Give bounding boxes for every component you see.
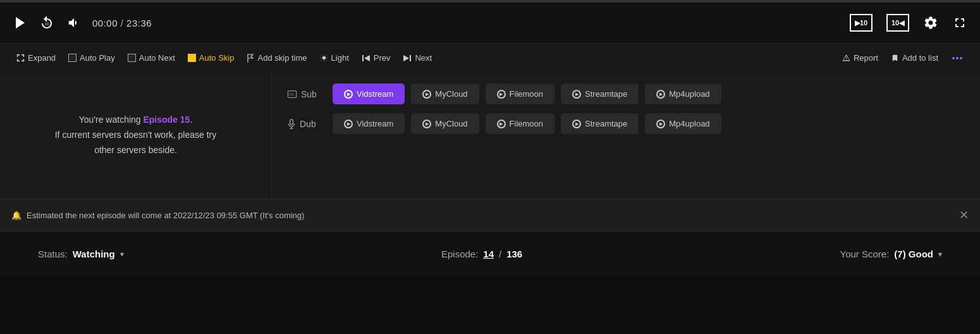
score-label: Your Score:: [840, 249, 890, 259]
microphone-icon: [287, 119, 296, 129]
next-icon: [403, 54, 412, 63]
player-controls-right: ▶10 10◀: [848, 13, 969, 33]
settings-icon: [923, 15, 938, 30]
more-options-button[interactable]: [946, 49, 969, 67]
sub-server-row: CC Sub ▶ Vidstream ▶ MyCloud ▶ Filemoon: [287, 84, 965, 104]
episode-sep: /: [499, 249, 501, 259]
fullscreen-icon: [952, 15, 967, 30]
expand-icon: [16, 54, 25, 62]
sub-server-buttons: ▶ Vidstream ▶ MyCloud ▶ Filemoon ▶ Strea…: [333, 84, 721, 104]
svg-marker-3: [364, 55, 370, 61]
player-controls: 10 00:00 / 23:36 ▶10 10◀: [0, 3, 980, 43]
svg-rect-6: [410, 55, 411, 61]
autoplay-label: Auto Play: [80, 53, 115, 63]
next-button[interactable]: Next: [398, 51, 437, 65]
notification-bell-icon: 🔔: [11, 211, 21, 220]
info-panel: You're watching Episode 15. If current s…: [0, 72, 272, 199]
score-chevron-icon[interactable]: ▾: [938, 250, 942, 259]
next-label: Next: [415, 53, 432, 63]
addskiptime-button[interactable]: Add skip time: [242, 51, 312, 65]
episode-total: 136: [506, 249, 522, 259]
sub-text: Sub: [301, 89, 317, 99]
svg-text:CC: CC: [289, 92, 294, 96]
volume-button[interactable]: [66, 15, 82, 31]
time-sep: /: [121, 18, 124, 28]
server-label-mp4upload-sub: Mp4upload: [669, 89, 709, 99]
server-label-filemoon-dub: Filemoon: [510, 119, 543, 128]
svg-marker-5: [403, 55, 409, 61]
prev-button[interactable]: Prev: [357, 51, 396, 65]
fullscreen-button[interactable]: [951, 14, 969, 32]
notification-close-button[interactable]: ✕: [959, 208, 969, 222]
play-circle-filemoon-dub: ▶: [497, 120, 506, 128]
score-value: (7) Good: [894, 249, 933, 259]
forward10-button[interactable]: ▶10: [848, 13, 874, 33]
svg-point-9: [960, 57, 962, 59]
expand-button[interactable]: Expand: [11, 51, 61, 65]
autonext-button[interactable]: Auto Next: [123, 51, 180, 65]
server-label-mycloud-sub: MyCloud: [435, 89, 467, 99]
server-btn-filemoon-dub[interactable]: ▶ Filemoon: [486, 113, 554, 134]
server-label-streamtape-dub: Streamtape: [585, 119, 627, 128]
play-circle-mycloud-dub: ▶: [422, 120, 431, 128]
dub-label: Dub: [287, 119, 325, 129]
replay-button[interactable]: 10: [38, 14, 56, 32]
light-label: Light: [331, 53, 349, 63]
autoskip-checkbox: [188, 54, 196, 62]
light-button[interactable]: Light: [315, 51, 354, 65]
server-btn-vidstream-dub[interactable]: ▶ Vidstream: [333, 113, 405, 134]
svg-point-7: [952, 57, 955, 59]
server-label-vidstream-sub: Vidstream: [357, 89, 393, 99]
report-button[interactable]: Report: [837, 51, 883, 65]
prev-icon: [362, 54, 371, 63]
replay-icon: 10: [39, 15, 54, 30]
volume-icon: [67, 16, 81, 30]
server-btn-mycloud-sub[interactable]: ▶ MyCloud: [411, 84, 479, 104]
server-btn-filemoon-sub[interactable]: ▶ Filemoon: [486, 84, 554, 104]
server-label-vidstream-dub: Vidstream: [357, 119, 393, 128]
play-circle-streamtape-sub: ▶: [572, 90, 581, 99]
server-btn-mp4upload-sub[interactable]: ▶ Mp4upload: [645, 84, 721, 104]
server-btn-mp4upload-dub[interactable]: ▶ Mp4upload: [645, 113, 721, 134]
subtitles-icon: CC: [287, 89, 297, 99]
score-section: Your Score: (7) Good ▾: [840, 249, 942, 259]
play-button[interactable]: [11, 15, 28, 31]
back10-icon: 10◀: [886, 14, 909, 32]
watching-text: You're watching: [79, 114, 141, 125]
sub-label: CC Sub: [287, 89, 325, 99]
svg-text:10: 10: [45, 22, 49, 26]
svg-marker-0: [16, 17, 25, 28]
info-desc1: If current servers doesn't work, please …: [55, 130, 217, 140]
autoskip-label: Auto Skip: [199, 53, 235, 63]
notification-banner: 🔔 Estimated the next episode will come a…: [0, 199, 980, 231]
total-time: 23:36: [126, 18, 152, 28]
server-label-mycloud-dub: MyCloud: [435, 119, 467, 128]
more-icon: [951, 52, 964, 65]
autoplay-button[interactable]: Auto Play: [63, 51, 120, 65]
autoskip-button[interactable]: Auto Skip: [183, 51, 240, 65]
time-display: 00:00 / 23:36: [92, 18, 152, 28]
flag-icon: [247, 54, 255, 63]
prev-label: Prev: [374, 53, 391, 63]
episode-current: 14: [483, 249, 494, 259]
back10-button[interactable]: 10◀: [885, 13, 910, 33]
server-btn-mycloud-dub[interactable]: ▶ MyCloud: [411, 113, 479, 134]
status-label: Status:: [38, 249, 68, 259]
report-icon: [842, 54, 850, 62]
play-circle-vidstream-dub: ▶: [344, 120, 353, 128]
dub-server-row: Dub ▶ Vidstream ▶ MyCloud ▶ Filemoon ▶ S…: [287, 113, 965, 134]
dub-server-buttons: ▶ Vidstream ▶ MyCloud ▶ Filemoon ▶ Strea…: [333, 113, 721, 134]
server-btn-streamtape-dub[interactable]: ▶ Streamtape: [561, 113, 639, 134]
addtolist-button[interactable]: Add to list: [886, 51, 943, 65]
status-chevron-icon[interactable]: ▾: [120, 250, 124, 259]
svg-point-2: [322, 56, 325, 59]
play-circle-streamtape-dub: ▶: [572, 120, 581, 128]
info-desc2: other servers beside.: [94, 145, 177, 155]
play-icon: [13, 16, 27, 30]
forward10-icon: ▶10: [850, 14, 873, 32]
status-section: Status: Watching ▾: [38, 249, 124, 259]
settings-button[interactable]: [922, 14, 940, 32]
server-btn-streamtape-sub[interactable]: ▶ Streamtape: [561, 84, 639, 104]
server-btn-vidstream-sub[interactable]: ▶ Vidstream: [333, 84, 405, 104]
progress-bar-container[interactable]: [0, 0, 980, 3]
